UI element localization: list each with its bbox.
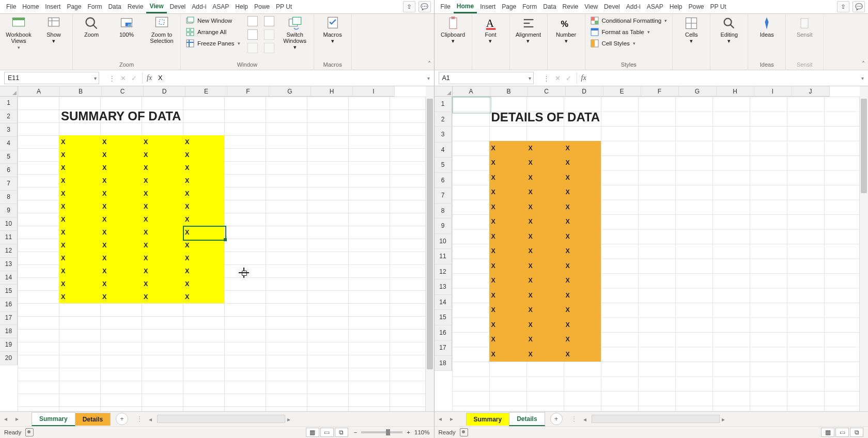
split-button[interactable] [247, 16, 258, 26]
col-header-G[interactable]: G [269, 86, 311, 97]
sheet-nav-next[interactable]: ▸ [446, 415, 457, 423]
cell-C5[interactable]: X [100, 148, 146, 161]
cell-B13[interactable]: X [489, 273, 531, 288]
cell-D6[interactable]: X [564, 170, 605, 185]
cell-D13[interactable]: X [564, 273, 605, 288]
cell-E5[interactable]: X [183, 148, 228, 161]
cell-D17[interactable]: X [564, 332, 605, 347]
cell-E13[interactable]: X [183, 252, 228, 264]
cell-C17[interactable]: X [526, 332, 568, 347]
ribbon-tab-add-i[interactable]: Add-i [189, 1, 209, 12]
cell-C9[interactable]: X [100, 200, 146, 213]
page-layout-button[interactable]: ▭ [835, 428, 849, 437]
formula-input[interactable] [591, 72, 857, 84]
show-button[interactable]: Show▾ [39, 16, 68, 44]
arrange-all-button[interactable]: Arrange All [185, 27, 241, 37]
cell-D9[interactable]: X [564, 214, 605, 229]
workbook-views-button[interactable]: Workbook Views ▾ [4, 16, 33, 50]
row-header-15[interactable]: 15 [435, 310, 452, 325]
row-header-4[interactable]: 4 [435, 143, 452, 158]
cell-B18[interactable]: X [489, 347, 531, 362]
cell-D10[interactable]: X [142, 213, 187, 226]
add-sheet-button[interactable]: + [116, 413, 128, 425]
zoom-in-button[interactable]: + [407, 429, 410, 435]
ribbon-tab-form[interactable]: Form [84, 1, 105, 12]
spreadsheet-grid[interactable]: DETAILS OF DATAXXXXXXXXXXXXXXXXXXXXXXXXX… [452, 97, 860, 411]
row-header-14[interactable]: 14 [435, 295, 452, 310]
ribbon-tab-data[interactable]: Data [105, 1, 124, 12]
cell-E7[interactable]: X [183, 174, 228, 187]
col-header-A[interactable]: A [453, 86, 490, 97]
cell-B5[interactable]: X [59, 148, 104, 161]
ribbon-tab-form[interactable]: Form [519, 1, 540, 12]
fx-icon[interactable]: fx [577, 74, 591, 82]
normal-view-button[interactable]: ▦ [821, 428, 834, 437]
macros-button[interactable]: Macros▾ [318, 16, 347, 44]
page-break-button[interactable]: ⧉ [850, 428, 863, 437]
row-header-16[interactable]: 16 [435, 325, 452, 341]
sheet-tab-details[interactable]: Details [509, 412, 545, 426]
row-header-4[interactable]: 4 [0, 137, 18, 150]
cell-B14[interactable]: X [59, 264, 104, 277]
cell-C15[interactable]: X [100, 277, 146, 290]
row-header-6[interactable]: 6 [435, 173, 452, 189]
cell-B4[interactable]: X [489, 141, 531, 156]
col-header-A[interactable]: A [18, 86, 60, 97]
row-header-19[interactable]: 19 [0, 338, 18, 352]
cell-B4[interactable]: X [59, 135, 104, 148]
cell-C16[interactable]: X [526, 318, 568, 333]
row-header-9[interactable]: 9 [0, 204, 18, 217]
zoom-slider[interactable] [361, 431, 402, 433]
ribbon-tab-insert[interactable]: Insert [42, 1, 64, 12]
page-layout-button[interactable]: ▭ [320, 428, 334, 437]
cell-C10[interactable]: X [526, 229, 568, 244]
cell-C6[interactable]: X [100, 161, 146, 174]
col-header-H[interactable]: H [717, 86, 754, 97]
cell-D5[interactable]: X [564, 155, 605, 170]
cell-E11[interactable]: X [183, 226, 228, 239]
row-header-16[interactable]: 16 [0, 298, 18, 311]
normal-view-button[interactable]: ▦ [306, 428, 319, 437]
cell-D18[interactable]: X [564, 347, 605, 362]
col-header-H[interactable]: H [311, 86, 353, 97]
format-as-table-button[interactable]: Format as Table ▾ [590, 27, 669, 37]
cell-C14[interactable]: X [100, 264, 146, 277]
handle-icon[interactable]: ⋮ [543, 74, 550, 82]
ideas-button[interactable]: Ideas [752, 16, 781, 38]
col-header-G[interactable]: G [679, 86, 717, 97]
row-header-11[interactable]: 11 [0, 231, 18, 244]
col-header-J[interactable]: J [792, 86, 830, 97]
zoom-to-selection-button[interactable]: Zoom to Selection [147, 16, 176, 44]
cell-B5[interactable]: X [489, 155, 531, 170]
cell-B9[interactable]: X [489, 214, 531, 229]
spreadsheet-grid[interactable]: SUMMARY OF DATAXXXXXXXXXXXXXXXXXXXXXXXXX… [18, 97, 425, 411]
cell-E15[interactable]: X [183, 277, 228, 290]
sheet-tab-summary[interactable]: Summary [466, 413, 510, 426]
cell-B12[interactable]: X [59, 239, 104, 252]
ribbon-tab-data[interactable]: Data [540, 1, 559, 12]
cell-C11[interactable]: X [100, 226, 146, 239]
font-button[interactable]: AFont▾ [476, 16, 505, 44]
cell-C12[interactable]: X [100, 239, 146, 252]
collapse-ribbon-button[interactable]: ˄ [428, 60, 431, 68]
name-box[interactable]: A1▾ [439, 72, 534, 84]
page-break-button[interactable]: ⧉ [335, 428, 348, 437]
macro-record-icon[interactable] [460, 428, 468, 436]
sheet-nav-next[interactable]: ▸ [11, 415, 23, 423]
row-header-15[interactable]: 15 [0, 285, 18, 298]
ribbon-tab-help[interactable]: Help [232, 1, 251, 12]
row-header-9[interactable]: 9 [435, 218, 452, 234]
cell-B11[interactable]: X [59, 226, 104, 239]
row-header-5[interactable]: 5 [435, 158, 452, 173]
ribbon-tab-devel[interactable]: Devel [601, 1, 623, 12]
sheet-nav-prev[interactable]: ◂ [435, 415, 446, 423]
ribbon-tab-file[interactable]: File [3, 1, 19, 12]
col-header-F[interactable]: F [227, 86, 269, 97]
cell-E14[interactable]: X [183, 264, 228, 277]
row-header-20[interactable]: 20 [0, 352, 18, 365]
ribbon-tab-revie[interactable]: Revie [560, 1, 582, 12]
cell-D12[interactable]: X [564, 259, 605, 274]
row-header-13[interactable]: 13 [0, 258, 18, 271]
cell-E8[interactable]: X [183, 187, 228, 200]
row-header-2[interactable]: 2 [0, 110, 18, 123]
